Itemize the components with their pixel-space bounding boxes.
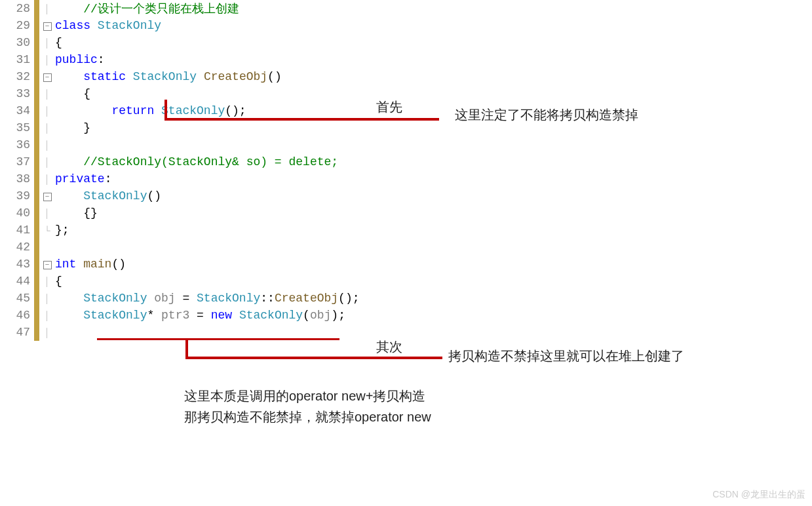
token: { (55, 36, 62, 49)
token: class (55, 19, 90, 32)
fold-line-icon: │ (45, 4, 50, 14)
token (55, 155, 83, 168)
bottom-explanation: 这里本质是调用的operator new+拷贝构造 那拷贝构造不能禁掉，就禁掉o… (184, 385, 431, 427)
line-number: 30 (0, 36, 34, 49)
code-line-35: 35│ } (0, 119, 360, 136)
change-bar (34, 204, 39, 222)
line-number: 41 (0, 224, 34, 237)
code-line-39: 39− StackOnly() (0, 187, 360, 204)
fold-line-icon: │ (45, 328, 50, 338)
code-content: StackOnly obj = StackOnly::CreateObj(); (55, 292, 360, 305)
line-number: 29 (0, 19, 34, 32)
code-line-45: 45│ StackOnly obj = StackOnly::CreateObj… (0, 290, 360, 307)
fold-minus-icon[interactable]: − (43, 193, 52, 201)
fold-line-icon: │ (45, 311, 50, 321)
token: public (55, 53, 98, 66)
code-content: class StackOnly (55, 19, 161, 32)
line-number: 32 (0, 70, 34, 83)
change-bar (34, 256, 39, 273)
change-bar (34, 273, 39, 290)
token: obj (154, 292, 175, 305)
change-bar (34, 290, 39, 307)
fold-minus-icon[interactable]: − (43, 73, 52, 82)
fold-gutter[interactable]: − (39, 71, 55, 81)
line-number: 45 (0, 292, 34, 305)
change-bar (34, 68, 39, 85)
code-content: StackOnly* ptr3 = new StackOnly(obj); (55, 309, 345, 322)
line-number: 38 (0, 172, 34, 185)
token (55, 309, 83, 322)
fold-gutter: │ (39, 123, 55, 133)
code-line-44: 44│{ (0, 273, 360, 290)
fold-line-icon: │ (45, 157, 50, 167)
line-number: 35 (0, 121, 34, 134)
token (55, 70, 83, 83)
token: StackOnly (197, 292, 260, 305)
line-number: 28 (0, 2, 34, 15)
annotation-2-label: 其次 (376, 338, 402, 356)
change-bar (34, 307, 39, 324)
line-number: 46 (0, 309, 34, 322)
token: new (211, 309, 232, 322)
fold-gutter: │ (39, 106, 55, 116)
fold-line-icon: │ (45, 106, 50, 116)
token: StackOnly (239, 309, 303, 322)
fold-gutter: │ (39, 4, 55, 14)
token: : (105, 172, 112, 185)
token: () (111, 258, 126, 271)
line-number: 36 (0, 138, 34, 151)
fold-line-icon: │ (45, 294, 50, 303)
change-bar (34, 239, 39, 256)
fold-gutter: │ (39, 55, 55, 65)
fold-minus-icon[interactable]: − (43, 22, 52, 31)
token: * (147, 309, 161, 322)
token: () (147, 189, 161, 203)
token: }; (55, 224, 69, 237)
fold-gutter: │ (39, 328, 55, 338)
fold-line-icon: │ (45, 174, 50, 184)
fold-minus-icon[interactable]: − (43, 261, 52, 269)
change-bar (34, 17, 39, 34)
token: int (55, 258, 76, 271)
fold-line-icon: │ (45, 208, 50, 218)
change-bar (34, 136, 39, 153)
bottom-line-2: 那拷贝构造不能禁掉，就禁掉operator new (184, 406, 431, 427)
code-content: }; (55, 224, 69, 237)
fold-gutter[interactable]: − (39, 20, 55, 30)
code-line-40: 40│ {} (0, 204, 360, 222)
change-bar (34, 0, 39, 17)
fold-gutter: │ (39, 89, 55, 99)
line-number: 34 (0, 104, 34, 117)
annotation-2-text: 拷贝构造不禁掉这里就可以在堆上创建了 (448, 347, 684, 365)
fold-gutter: │ (39, 277, 55, 286)
token: ( (303, 309, 310, 322)
code-content: //StackOnly(StackOnly& so) = delete; (55, 155, 338, 168)
token: CreateObj (275, 292, 338, 305)
code-content: StackOnly() (55, 189, 161, 203)
fold-line-icon: │ (45, 55, 50, 65)
change-bar (34, 51, 39, 68)
token: {} (55, 206, 98, 220)
token: :: (260, 292, 275, 305)
fold-gutter: │ (39, 174, 55, 184)
fold-line-icon: │ (45, 140, 50, 150)
code-content: int main() (55, 258, 126, 271)
fold-gutter: │ (39, 140, 55, 150)
token (55, 104, 111, 117)
change-bar (34, 187, 39, 204)
token (126, 70, 133, 83)
line-number: 37 (0, 155, 34, 168)
token: = (189, 309, 210, 322)
annotation-line-2b (185, 338, 442, 359)
fold-gutter[interactable]: − (39, 191, 55, 201)
code-content: public: (55, 53, 105, 66)
code-content: { (55, 275, 62, 288)
token: } (55, 121, 90, 134)
line-number: 42 (0, 241, 34, 254)
token (197, 70, 204, 83)
fold-gutter[interactable]: − (39, 259, 55, 269)
token: StackOnly (98, 19, 161, 32)
code-content: {} (55, 206, 98, 220)
code-line-31: 31│public: (0, 51, 360, 68)
bottom-line-1: 这里本质是调用的operator new+拷贝构造 (184, 385, 431, 406)
